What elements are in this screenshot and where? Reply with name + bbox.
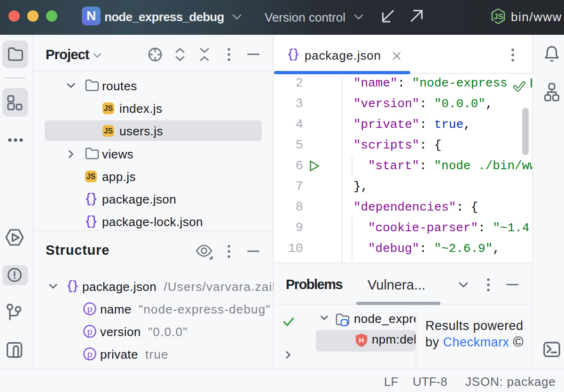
svg-text:p: p: [87, 349, 93, 359]
svg-text:JS: JS: [494, 12, 503, 21]
svg-text:p: p: [87, 304, 93, 314]
svg-text:p: p: [87, 327, 93, 337]
svg-text:H: H: [359, 336, 364, 344]
